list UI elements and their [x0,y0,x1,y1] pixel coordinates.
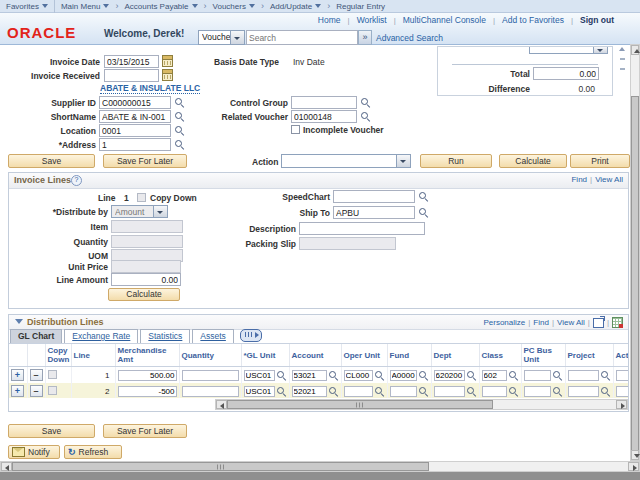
oper-unit-input[interactable] [344,386,373,397]
dept-input[interactable] [434,370,465,381]
description-input[interactable] [299,222,425,235]
calculate-line-button[interactable]: Calculate [108,288,180,301]
lookup-icon[interactable] [374,370,385,381]
lookup-icon[interactable] [466,370,477,381]
class-input[interactable] [482,370,507,381]
lookup-icon[interactable] [600,370,611,381]
lookup-icon[interactable] [374,386,385,397]
invoice-received-input[interactable] [104,69,159,82]
add-to-favorites-link[interactable]: Add to Favorites [502,15,564,25]
lookup-icon[interactable] [552,386,563,397]
print-button[interactable]: Print [570,154,630,168]
lookup-icon[interactable] [174,139,185,150]
lookup-icon[interactable] [174,111,185,122]
copy-down-checkbox[interactable] [48,370,57,379]
pc-bus-unit-input[interactable] [524,370,551,381]
add-row-button[interactable]: + [11,369,24,381]
account-input[interactable] [292,386,327,397]
lookup-icon[interactable] [508,370,519,381]
dropdown-caret-icon[interactable] [396,155,410,167]
scroll-down-icon[interactable] [631,450,639,460]
activity-input[interactable] [616,370,629,381]
lookup-icon[interactable] [418,207,429,218]
show-tabs-icon[interactable] [240,329,262,342]
total-input[interactable] [533,67,599,80]
supplier-id-input[interactable] [99,96,171,109]
popout-icon[interactable] [593,318,604,328]
lookup-icon[interactable] [328,386,339,397]
breadcrumb-accounts-payable[interactable]: Accounts Payable [124,2,197,11]
save-button-bottom[interactable]: Save [8,424,95,438]
view-all-link[interactable]: View All [595,175,623,184]
scrollbar-thumb[interactable] [227,400,493,409]
line-amount-input[interactable] [111,273,181,286]
save-for-later-button[interactable]: Save For Later [103,154,187,168]
scrollbar-thumb[interactable] [12,462,429,471]
fund-input[interactable] [390,370,417,381]
search-scope-select[interactable]: Vouchers [198,30,245,45]
scrollbar-thumb[interactable] [631,96,639,452]
home-link[interactable]: Home [318,15,341,25]
control-group-input[interactable] [291,96,357,109]
refresh-button[interactable]: ↻ Refresh [64,445,122,459]
worklist-link[interactable]: Worklist [357,15,387,25]
run-button[interactable]: Run [420,154,492,168]
tab-assets[interactable]: Assets [192,329,234,343]
find-link[interactable]: Find [533,318,549,327]
calendar-icon[interactable] [162,69,173,81]
scroll-left-icon[interactable] [1,462,12,471]
shortname-input[interactable] [99,110,171,123]
dropdown-caret-icon[interactable] [593,47,607,53]
lookup-icon[interactable] [418,386,429,397]
lookup-icon[interactable] [552,370,563,381]
supplier-name-link[interactable]: ABATE & INSULATE LLC [100,83,200,94]
merchandise-amt-input[interactable] [118,386,177,397]
tab-statistics[interactable]: Statistics [140,329,190,343]
quantity-input[interactable] [182,370,239,381]
view-all-link[interactable]: View All [557,318,585,327]
lookup-icon[interactable] [600,386,611,397]
lookup-icon[interactable] [360,111,371,122]
delete-row-button[interactable]: – [30,385,43,397]
lookup-icon[interactable] [508,386,519,397]
address-input[interactable] [99,138,171,151]
speedchart-input[interactable] [333,190,415,203]
invoice-date-input[interactable] [104,55,159,68]
lookup-icon[interactable] [276,386,287,397]
download-grid-icon[interactable] [612,317,623,328]
oper-unit-input[interactable] [344,370,373,381]
scroll-up-icon[interactable] [631,45,639,55]
dropdown-caret-icon[interactable] [230,31,244,44]
search-input[interactable] [246,30,358,45]
incomplete-voucher-checkbox[interactable] [291,125,300,134]
lookup-icon[interactable] [360,97,371,108]
add-row-button[interactable]: + [11,385,24,397]
save-for-later-button-bottom[interactable]: Save For Later [103,424,187,438]
page-vertical-scrollbar[interactable] [630,44,640,461]
activity-input[interactable] [616,386,629,397]
page-horizontal-scrollbar[interactable] [0,461,640,472]
breadcrumb-regular-entry[interactable]: Regular Entry [336,2,385,11]
sign-out-link[interactable]: Sign out [580,15,614,25]
gl-unit-input[interactable] [244,370,275,381]
lookup-icon[interactable] [276,370,287,381]
multichannel-console-link[interactable]: MultiChannel Console [403,15,486,25]
dept-input[interactable] [434,386,465,397]
account-input[interactable] [292,370,327,381]
scroll-left-icon[interactable] [216,400,227,409]
lookup-icon[interactable] [466,386,477,397]
class-input[interactable] [482,386,507,397]
scroll-right-icon[interactable] [628,462,639,471]
find-link[interactable]: Find [571,175,587,184]
save-button[interactable]: Save [8,154,95,168]
currency-select-partial[interactable] [529,47,608,54]
scroll-up-icon[interactable] [619,47,625,51]
calendar-icon[interactable] [162,55,173,67]
notify-button[interactable]: Notify [8,445,60,459]
lookup-icon[interactable] [328,370,339,381]
delete-row-button[interactable]: – [30,369,43,381]
copy-down-checkbox[interactable] [48,386,57,395]
main-menu[interactable]: Main Menu [61,2,110,11]
personalize-link[interactable]: Personalize [483,318,525,327]
lookup-icon[interactable] [418,191,429,202]
